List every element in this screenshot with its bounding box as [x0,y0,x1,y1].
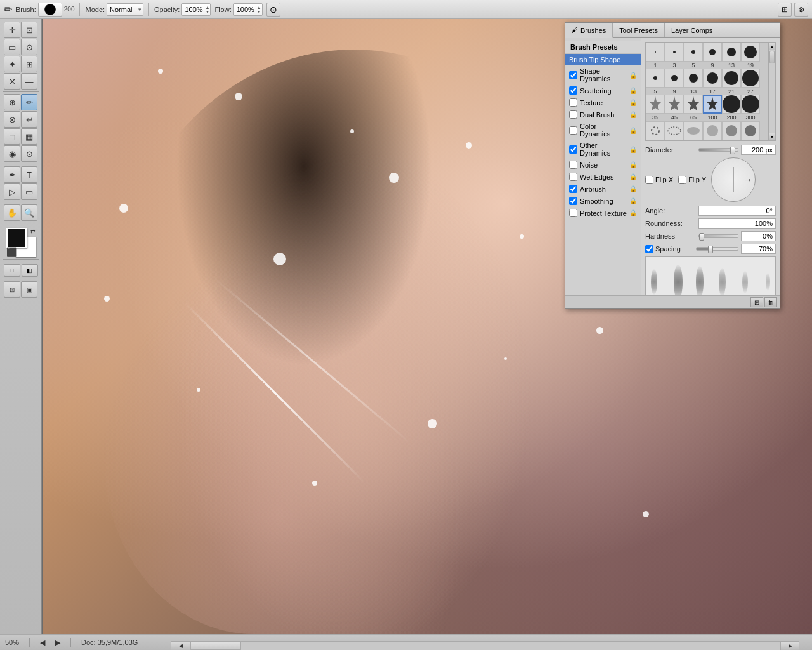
clone-source-button[interactable]: ⊗ [794,3,808,17]
path-select-tool[interactable]: ▷ [4,183,20,200]
angle-input[interactable] [698,206,776,216]
hardness-slider-wrap[interactable] [698,234,738,238]
brush-swatch-r4-3[interactable] [684,121,703,140]
artboard-tool[interactable]: ⊡ [21,22,37,38]
hand-tool[interactable]: ✋ [4,204,20,221]
brush-swatch-r2-6[interactable] [741,69,760,88]
shape-dynamics-checkbox[interactable] [569,71,577,79]
mode-select[interactable]: Normal Multiply Screen [107,3,143,16]
texture-checkbox[interactable] [569,98,577,107]
flip-y-checkbox[interactable] [678,176,686,184]
brush-tool-icon[interactable]: ✏ [4,3,12,15]
brush-swatch-r4-6[interactable] [741,121,760,140]
option-other-dynamics[interactable]: Other Dynamics 🔒 [565,140,641,159]
brush-swatch-2[interactable] [665,43,684,62]
diameter-slider-wrap[interactable] [698,148,738,152]
brush-preview-button[interactable] [38,3,62,17]
smoothing-checkbox[interactable] [569,197,577,205]
brush-swatch-r4-4[interactable] [703,121,722,140]
diameter-slider-thumb[interactable] [730,147,735,154]
option-brush-tip-shape[interactable]: Brush Tip Shape [565,54,641,65]
scattering-checkbox[interactable] [569,86,577,95]
protect-texture-checkbox[interactable] [569,209,577,217]
ruler-tool[interactable]: — [21,73,37,90]
brush-swatch-3[interactable] [684,43,703,62]
tab-brushes[interactable]: 🖌 Brushes [565,23,613,38]
dodge-tool[interactable]: ⊙ [21,145,37,162]
scroll-thumb[interactable] [769,51,775,63]
scrollbar-thumb[interactable] [190,642,241,650]
history-brush-tool[interactable]: ↩ [21,111,37,128]
swap-colors-button[interactable]: ⇄ [30,228,36,234]
brush-swatch-r2-2[interactable] [665,69,684,88]
option-airbrush[interactable]: Airbrush 🔒 [565,183,641,195]
airbrush-checkbox[interactable] [569,185,577,193]
brush-swatch-r2-5[interactable] [722,69,741,88]
panel-delete-button[interactable]: 🗑 [764,297,777,307]
wet-edges-checkbox[interactable] [569,173,577,181]
spacing-slider-wrap[interactable] [696,247,738,251]
brush-swatch-r3-5[interactable] [722,95,741,114]
brush-tool[interactable]: ✏ [21,94,37,110]
zoom-tool[interactable]: 🔍 [21,204,37,221]
option-protect-texture[interactable]: Protect Texture 🔒 [565,207,641,219]
blur-tool[interactable]: ◉ [4,145,20,162]
brush-swatch-5[interactable] [722,43,741,62]
brush-swatch-r4-1[interactable] [646,121,665,140]
dual-brush-checkbox[interactable] [569,110,577,119]
gradient-tool[interactable]: ▦ [21,128,37,145]
panel-new-button[interactable]: ⊞ [750,297,763,307]
scroll-up-button[interactable]: ▲ [769,43,775,50]
reset-colors-button[interactable]: ⬛ [6,247,17,257]
brush-swatch-4[interactable] [703,43,722,62]
option-dual-brush[interactable]: Dual Brush 🔒 [565,109,641,121]
airbrush-toggle-button[interactable]: ⊙ [266,3,280,17]
tab-layer-comps[interactable]: Layer Comps [665,23,719,37]
brush-swatch-r3-4[interactable] [703,95,722,114]
opacity-down-arrow[interactable]: ▼ [204,10,210,14]
brush-swatch-r3-3[interactable] [684,95,703,114]
roundness-input[interactable] [698,218,776,229]
other-dynamics-checkbox[interactable] [569,145,577,154]
horizontal-scrollbar[interactable]: ◀ ▶ [171,641,799,650]
navigate-right-button[interactable]: ▶ [55,639,60,647]
diameter-slider-track[interactable] [698,148,738,152]
hardness-slider-thumb[interactable] [699,233,704,241]
brush-swatch-r3-6[interactable] [741,95,760,114]
opacity-up-arrow[interactable]: ▲ [204,5,210,10]
spacing-slider-track[interactable] [696,247,738,251]
quick-select-tool[interactable]: ✦ [4,56,20,72]
screen-mode-full-button[interactable]: ▣ [21,281,37,298]
flow-up-arrow[interactable]: ▲ [256,5,262,10]
option-texture[interactable]: Texture 🔒 [565,96,641,109]
screen-mode-button[interactable]: ⊡ [4,281,20,298]
brush-swatch-r2-3[interactable] [684,69,703,88]
option-shape-dynamics[interactable]: Shape Dynamics 🔒 [565,65,641,84]
brush-swatch-r3-1[interactable] [646,95,665,114]
flip-x-checkbox[interactable] [645,176,653,184]
standard-mode-button[interactable]: □ [4,264,20,277]
flow-down-arrow[interactable]: ▼ [256,10,262,14]
brushes-panel-button[interactable]: ⊞ [778,3,792,17]
scrollbar-right-button[interactable]: ▶ [780,642,799,650]
color-dynamics-checkbox[interactable] [569,126,577,135]
rectangle-select-tool[interactable]: ▭ [4,39,20,55]
option-noise[interactable]: Noise 🔒 [565,159,641,171]
noise-checkbox[interactable] [569,161,577,169]
option-scattering[interactable]: Scattering 🔒 [565,84,641,96]
option-smoothing[interactable]: Smoothing 🔒 [565,195,641,207]
pen-tool[interactable]: ✒ [4,166,20,183]
brush-presets-header[interactable]: Brush Presets [565,41,641,54]
tab-tool-presets[interactable]: Tool Presets [613,23,665,37]
eyedropper-tool[interactable]: ✕ [4,73,20,90]
brush-swatch-r2-1[interactable] [646,69,665,88]
eraser-tool[interactable]: ◻ [4,128,20,145]
scroll-down-button[interactable]: ▼ [769,133,775,140]
shape-tool[interactable]: ▭ [21,183,37,200]
move-tool[interactable]: ✛ [4,22,20,38]
brush-swatch-6[interactable] [741,43,760,62]
navigate-left-button[interactable]: ◀ [40,639,45,647]
crop-tool[interactable]: ⊞ [21,56,37,72]
scrollbar-left-button[interactable]: ◀ [171,642,190,650]
brush-swatch-r2-4[interactable] [703,69,722,88]
